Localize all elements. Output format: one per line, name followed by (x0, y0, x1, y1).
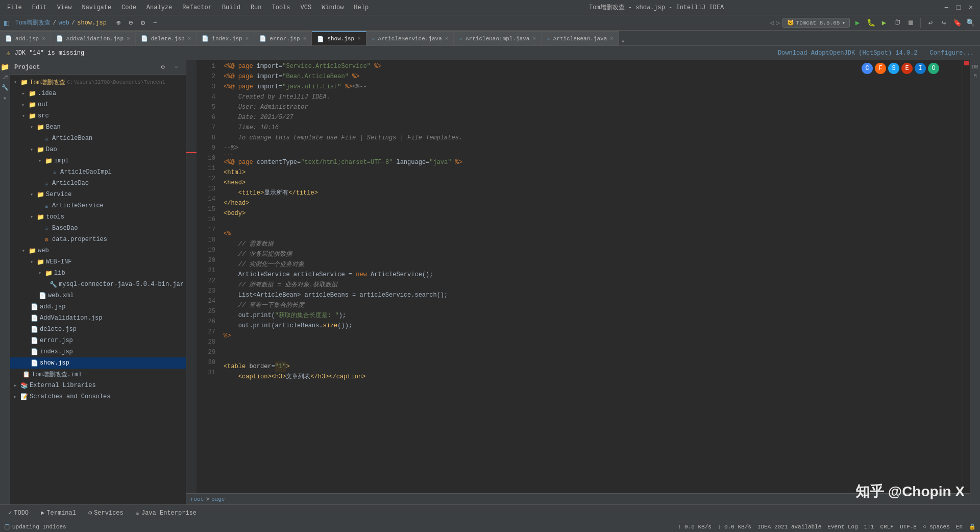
tab-articledaoimpl-close[interactable]: × (532, 36, 536, 42)
tree-articledaoimpl[interactable]: ☕ ArticleDaoImpl (10, 166, 186, 178)
right-db-btn[interactable]: DB (971, 62, 980, 71)
sidebar-project-btn[interactable]: 📁 (1, 62, 10, 71)
code-line-31[interactable]: <caption><h3>文章列表</h3></caption> (219, 372, 963, 382)
code-line-22[interactable]: // 所有数据 = 业务对象.获取数据 (219, 280, 963, 290)
code-line-8[interactable]: To change this template use File | Setti… (219, 133, 963, 143)
code-line-10[interactable]: <%@ page contentType="text/html;charset=… (219, 157, 963, 167)
tree-out[interactable]: ▸ 📁 out (10, 99, 186, 110)
right-maven-btn[interactable]: M (971, 71, 980, 81)
tree-show-jsp[interactable]: 📄 show.jsp (10, 357, 186, 369)
tree-addvalidation[interactable]: 📄 AddValidation.jsp (10, 312, 186, 324)
todo-tab[interactable]: ✓ TODO (4, 507, 33, 519)
history-back-icon[interactable]: ↩ (925, 17, 936, 29)
menu-navigate[interactable]: Navigate (80, 3, 113, 12)
tab-articlebean[interactable]: ☕ ArticleBean.java × (542, 31, 619, 45)
code-line-19[interactable]: // 业务层提供数据 (219, 249, 963, 259)
tab-delete-jsp[interactable]: 📄 delete.jsp × (136, 31, 197, 45)
history-fwd-icon[interactable]: ↪ (938, 17, 949, 29)
menu-window[interactable]: Window (320, 3, 346, 12)
tree-web[interactable]: ▾ 📁 web (10, 245, 186, 256)
tree-scratches[interactable]: ▸ 📝 Scratches and Consoles (10, 391, 186, 402)
code-line-15[interactable]: <body> (219, 208, 963, 219)
sidebar-favorites-btn[interactable]: ★ (1, 93, 10, 102)
code-line-25[interactable]: out.print("获取的集合长度是: "); (219, 310, 963, 321)
services-tab[interactable]: ⚙ Services (84, 507, 128, 519)
close-panel-icon[interactable]: − (150, 17, 161, 29)
code-line-21[interactable]: ArticleService articleService = new Arti… (219, 270, 963, 280)
code-line-4[interactable]: Created by IntelliJ IDEA. (219, 92, 963, 102)
tree-dao[interactable]: ▾ 📁 Dao (10, 144, 186, 155)
code-line-17[interactable]: <% (219, 229, 963, 239)
run-button[interactable]: ▶ (852, 17, 863, 29)
tree-webxml[interactable]: 📄 web.xml (10, 290, 186, 301)
tab-show-jsp[interactable]: 📄 show.jsp × (312, 31, 366, 45)
tab-addvalidation-jsp[interactable]: 📄 AddValidation.jsp × (51, 31, 136, 45)
code-content[interactable]: <%@ page import="Service.ArticleService"… (219, 60, 963, 493)
forward-icon[interactable]: ▷ (776, 18, 780, 27)
project-gear-icon[interactable]: ⚙ (157, 62, 168, 73)
tab-add-jsp[interactable]: 📄 add.jsp × (0, 31, 51, 45)
code-line-27[interactable]: %> (219, 331, 963, 341)
menu-refactor[interactable]: Refactor (180, 3, 214, 12)
menu-file[interactable]: File (5, 3, 24, 12)
menu-view[interactable]: View (55, 3, 74, 12)
breadcrumb-file[interactable]: show.jsp (77, 19, 107, 27)
tree-add-jsp[interactable]: 📄 add.jsp (10, 301, 186, 312)
menu-run[interactable]: Run (249, 3, 264, 12)
tree-idea[interactable]: ▸ 📁 .idea (10, 88, 186, 99)
tab-articleservice[interactable]: ☕ ArticleService.java × (366, 31, 454, 45)
terminal-tab[interactable]: ▶ Terminal (37, 507, 80, 519)
collapse-all-icon[interactable]: ⊕ (113, 17, 124, 29)
code-line-11[interactable]: <html> (219, 167, 963, 178)
right-scroll-gutter[interactable] (963, 60, 970, 493)
tree-dataprops[interactable]: ⚙ data.properties (10, 234, 186, 245)
code-line-20[interactable]: // 实例化一个业务对象 (219, 259, 963, 270)
settings-icon[interactable]: ⚙ (137, 17, 149, 29)
bookmark-icon[interactable]: 🔖 (951, 17, 963, 29)
code-line-5[interactable]: User: Administrator (219, 102, 963, 112)
event-log[interactable]: Event Log (827, 524, 857, 530)
tabs-overflow[interactable]: ▾ (621, 38, 625, 45)
search-everywhere-icon[interactable]: 🔍 (965, 17, 976, 29)
menu-edit[interactable]: Edit (30, 3, 49, 12)
code-line-29[interactable] (219, 351, 963, 361)
edge-icon[interactable]: E (901, 63, 913, 74)
firefox-icon[interactable]: F (875, 63, 886, 74)
menu-tools[interactable]: Tools (270, 3, 292, 12)
java-enterprise-tab[interactable]: ☕ Java Enterprise (132, 507, 201, 519)
profile-button[interactable]: ⏱ (892, 17, 903, 29)
tree-webinf[interactable]: ▾ 📁 WEB-INF (10, 256, 186, 268)
tree-delete-jsp[interactable]: 📄 delete.jsp (10, 324, 186, 335)
minimize-button[interactable]: − (942, 4, 950, 12)
menu-vcs[interactable]: VCS (299, 3, 314, 12)
code-line-12[interactable]: <head> (219, 178, 963, 188)
sidebar-commit-btn[interactable]: ⎇ (1, 72, 10, 82)
tab-articlebean-close[interactable]: × (610, 36, 614, 42)
tab-show-close[interactable]: × (357, 36, 361, 42)
tab-index-jsp[interactable]: 📄 index.jsp × (197, 31, 254, 45)
stop-button[interactable]: ⏹ (905, 17, 916, 29)
tree-articleservice[interactable]: ☕ ArticleService (10, 200, 186, 211)
menu-build[interactable]: Build (220, 3, 242, 12)
code-line-2[interactable]: <%@ page import="Bean.ArticleBean" %> (219, 71, 963, 82)
breadcrumb-web[interactable]: web (58, 19, 69, 27)
tab-delete-close[interactable]: × (188, 36, 191, 42)
sidebar-structure-btn[interactable]: 🔧 (1, 83, 10, 92)
code-line-16[interactable] (219, 219, 963, 229)
tree-mysql-jar[interactable]: 🔧 mysql-connector-java-5.0.4-bin.jar (10, 279, 186, 290)
tree-impl[interactable]: ▾ 📁 impl (10, 155, 186, 166)
chrome-icon[interactable]: C (862, 63, 873, 74)
tab-articledaoimpl[interactable]: ☕ ArticleDaoImpl.java × (454, 31, 542, 45)
tree-src[interactable]: ▾ 📁 src (10, 110, 186, 122)
tree-articledao[interactable]: ☕ ArticleDao (10, 178, 186, 189)
download-jdk-link[interactable]: Download AdoptOpenJDK (HotSpot) 14.0.2 (778, 50, 918, 57)
tree-index-jsp[interactable]: 📄 index.jsp (10, 346, 186, 357)
tree-tools[interactable]: ▾ 📁 tools (10, 211, 186, 223)
tree-error-jsp[interactable]: 📄 error.jsp (10, 335, 186, 346)
code-line-18[interactable]: // 需要数据 (219, 239, 963, 249)
menu-help[interactable]: Help (352, 3, 371, 12)
code-line-24[interactable]: // 查看一下集合的长度 (219, 300, 963, 310)
code-line-6[interactable]: Date: 2021/5/27 (219, 112, 963, 123)
back-icon[interactable]: ◁ (770, 18, 774, 27)
window-controls[interactable]: − □ × (942, 4, 975, 12)
